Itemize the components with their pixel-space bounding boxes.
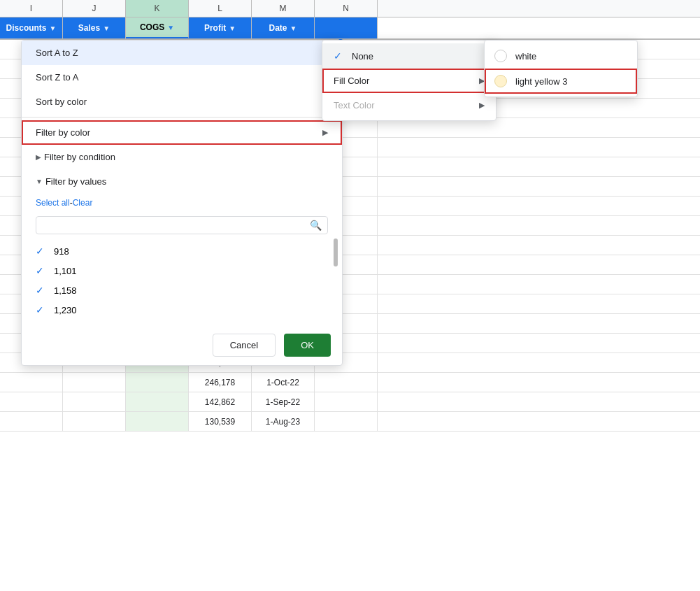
search-icon: 🔍 (310, 220, 322, 231)
filter-by-color-item[interactable]: Filter by color ▶ (22, 120, 342, 145)
table-row: 246,178 1-Oct-22 (0, 373, 700, 392)
select-all-link[interactable]: Select all (36, 198, 70, 208)
cell-j (63, 392, 126, 411)
checkbox-label-1158: 1,158 (54, 285, 77, 296)
cell-n (315, 412, 378, 431)
col-header-l: L (189, 0, 252, 17)
cell-l: 246,178 (189, 373, 252, 392)
text-color-item[interactable]: Text Color ▶ (322, 93, 496, 118)
col-header-i: I (0, 0, 63, 17)
search-input[interactable] (42, 220, 306, 231)
light-yellow-color-swatch (494, 75, 507, 87)
checkmark-1230: ✓ (36, 304, 47, 315)
text-color-arrow-icon: ▶ (479, 101, 485, 110)
filter-dropdown: Sort A to Z Sort Z to A Sort by color ▶ … (21, 40, 343, 366)
cell-i (0, 392, 63, 411)
cell-l: 142,862 (189, 392, 252, 411)
checkbox-item-1101[interactable]: ✓ 1,101 (22, 261, 342, 280)
clear-link[interactable]: Clear (73, 198, 93, 208)
none-check-icon: ✓ (334, 50, 342, 62)
ok-button[interactable]: OK (284, 334, 331, 357)
color-none-item[interactable]: ✓ None (322, 43, 496, 69)
filter-icon-discounts: ▼ (50, 24, 57, 32)
checkbox-item-918[interactable]: ✓ 918 (22, 241, 342, 261)
checkbox-label-1101: 1,101 (54, 266, 77, 276)
cell-m: 1-Aug-23 (252, 412, 315, 431)
col-header-j: J (63, 0, 126, 17)
menu-divider-1 (22, 117, 342, 118)
header-n (315, 17, 378, 38)
sort-z-to-a-item[interactable]: Sort Z to A (22, 65, 342, 90)
cell-k (126, 412, 189, 431)
header-profit[interactable]: Profit ▼ (189, 17, 252, 38)
cell-n (315, 392, 378, 411)
cell-j (63, 412, 126, 431)
cell-k (126, 373, 189, 392)
cell-m: 1-Sep-22 (252, 392, 315, 411)
fill-option-white[interactable]: white (485, 43, 637, 69)
data-column-headers: Discounts ▼ Sales ▼ COGS ▼ Profit ▼ Date… (0, 17, 700, 40)
filter-by-color-arrow-icon: ▶ (322, 128, 328, 137)
header-discounts[interactable]: Discounts ▼ (0, 17, 63, 38)
checkmark-1101: ✓ (36, 265, 47, 276)
scrollbar[interactable] (334, 238, 338, 266)
checkmark-918: ✓ (36, 245, 47, 257)
table-row: 130,539 1-Aug-23 (0, 412, 700, 432)
collapse-icon-condition: ▶ (36, 153, 41, 161)
header-cogs[interactable]: COGS ▼ (126, 17, 189, 38)
cell-i (0, 373, 63, 392)
fill-option-light-yellow[interactable]: light yellow 3 (485, 69, 637, 94)
checkbox-label-1230: 1,230 (54, 305, 77, 315)
filter-icon-sales: ▼ (103, 24, 110, 32)
search-box[interactable]: 🔍 (36, 216, 328, 234)
cell-m: 1-Oct-22 (252, 373, 315, 392)
header-date[interactable]: Date ▼ (252, 17, 315, 38)
cell-n (315, 373, 378, 392)
sort-by-color-item[interactable]: Sort by color ▶ (22, 90, 342, 114)
cell-k (126, 392, 189, 411)
sort-a-to-z-item[interactable]: Sort A to Z (22, 41, 342, 65)
fill-color-flyout: white light yellow 3 (484, 40, 638, 97)
col-header-k: K (126, 0, 189, 17)
header-sales[interactable]: Sales ▼ (63, 17, 126, 38)
checkbox-item-1158[interactable]: ✓ 1,158 (22, 280, 342, 300)
checkbox-item-1230[interactable]: ✓ 1,230 (22, 300, 342, 320)
filter-icon-profit: ▼ (229, 24, 236, 32)
color-submenu: ✓ None Fill Color ▶ Text Color ▶ (322, 40, 497, 121)
footer-buttons: Cancel OK (22, 327, 342, 357)
filter-icon-cogs: ▼ (167, 24, 174, 31)
filter-icon-date: ▼ (290, 24, 297, 32)
white-color-swatch (494, 50, 507, 62)
checkbox-label-918: 918 (54, 246, 69, 257)
filter-by-condition-item[interactable]: ▶ Filter by condition (22, 145, 342, 169)
col-header-m: M (252, 0, 315, 17)
select-clear-row: Select all-Clear (22, 194, 342, 212)
fill-color-item[interactable]: Fill Color ▶ (322, 69, 496, 93)
col-header-n: N (315, 0, 378, 17)
column-letter-headers: I J K L M N (0, 0, 700, 17)
cell-i (0, 412, 63, 431)
checkbox-list: ✓ 918 ✓ 1,101 ✓ 1,158 ✓ 1,230 (22, 238, 342, 322)
cancel-button[interactable]: Cancel (213, 334, 276, 357)
collapse-icon-values: ▼ (36, 178, 43, 185)
checkmark-1158: ✓ (36, 285, 47, 296)
filter-by-values-item[interactable]: ▼ Filter by values (22, 169, 342, 194)
cell-l: 130,539 (189, 412, 252, 431)
cell-j (63, 373, 126, 392)
table-row: 142,862 1-Sep-22 (0, 392, 700, 412)
